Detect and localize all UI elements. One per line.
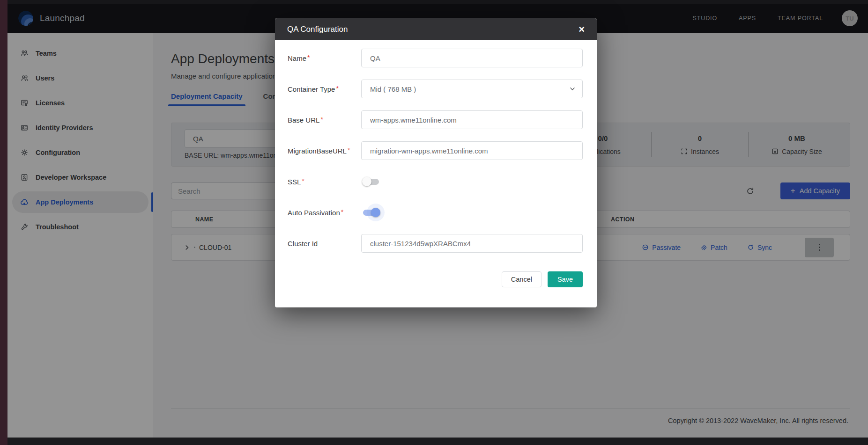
cluster-id-field-row: Cluster Id [288,234,583,253]
required-asterisk: * [307,54,310,61]
required-asterisk: * [341,208,343,216]
auto-passivation-field-row: Auto Passivation* [288,203,583,222]
container-type-select[interactable]: Mid ( 768 MB ) [361,80,583,98]
base-url-input[interactable] [361,110,583,129]
cancel-button[interactable]: Cancel [502,271,542,287]
auto-passivation-label: Auto Passivation* [288,209,361,217]
chevron-down-icon [569,86,576,92]
close-icon[interactable]: × [579,24,585,35]
container-type-label: Container Type* [288,85,361,93]
migration-base-url-label: MigrationBaseURL* [288,147,361,155]
toggle-knob [362,177,371,186]
migration-base-url-field-row: MigrationBaseURL* [288,141,583,160]
save-button[interactable]: Save [548,271,583,287]
modal-actions: Cancel Save [288,271,583,287]
toggle-knob [371,208,380,217]
qa-configuration-modal: QA Configuration × Name* Container Type*… [275,18,597,307]
screen: Launchpad STUDIO APPS TEAM PORTAL TU Tea… [0,0,868,445]
required-asterisk: * [336,85,338,92]
base-url-label: Base URL* [288,116,361,124]
modal-body: Name* Container Type* Mid ( 768 MB ) Bas… [275,40,597,287]
ssl-field-row: SSL* [288,172,583,191]
name-field-row: Name* [288,49,583,67]
name-label: Name* [288,54,361,62]
required-asterisk: * [348,146,350,154]
container-type-field-row: Container Type* Mid ( 768 MB ) [288,80,583,98]
name-input[interactable] [361,49,583,67]
modal-header: QA Configuration × [275,18,597,40]
required-asterisk: * [302,177,304,185]
modal-title: QA Configuration [287,25,348,34]
base-url-field-row: Base URL* [288,110,583,129]
cluster-id-input[interactable] [361,234,583,253]
migration-base-url-input[interactable] [361,141,583,160]
ssl-toggle[interactable] [363,179,379,185]
required-asterisk: * [320,116,323,123]
cluster-id-label: Cluster Id [288,240,361,248]
container-type-value: Mid ( 768 MB ) [370,85,416,93]
ssl-label: SSL* [288,178,361,186]
auto-passivation-toggle[interactable] [363,210,379,216]
